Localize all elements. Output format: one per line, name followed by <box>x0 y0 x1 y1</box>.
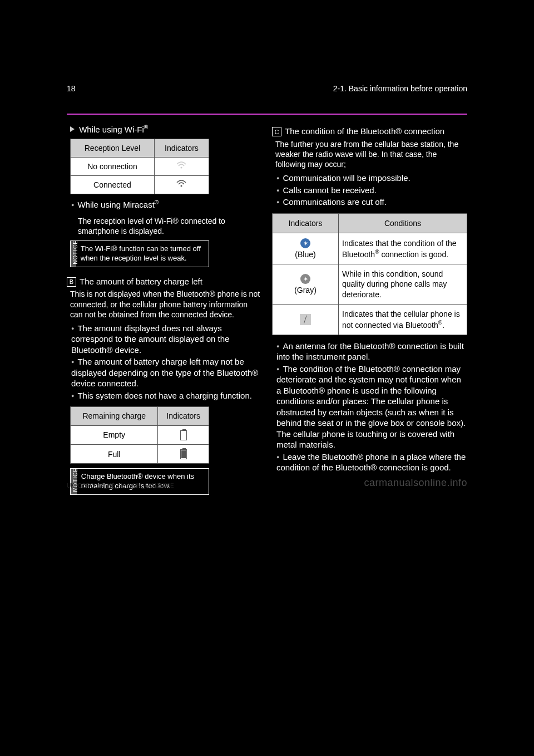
list-item: Leave the Bluetooth® phone in a place wh… <box>276 451 467 473</box>
section-title: The condition of the Bluetooth® connecti… <box>285 126 444 137</box>
page-number: 18 <box>67 84 76 94</box>
table-header: Reception Level <box>71 139 155 157</box>
section-letter: B <box>67 277 76 287</box>
list-item: The amount displayed does not always cor… <box>71 323 262 356</box>
header-rule <box>67 114 467 115</box>
tail-bullets: An antenna for the Bluetooth® connection… <box>276 341 467 473</box>
bluetooth-blue-icon: ✶ (Blue) <box>273 233 339 264</box>
table-header: Indicators <box>158 407 209 425</box>
section-letter: C <box>272 127 281 136</box>
table-row: ✶ (Blue) Indicates that the condition of… <box>273 233 467 264</box>
list-item: Calls cannot be received. <box>276 185 467 196</box>
table-row: Full <box>71 444 209 463</box>
list-item: Communications are cut off. <box>276 197 467 208</box>
intro-bullets: Communication will be impossible. Calls … <box>276 173 467 208</box>
table-row: ⧸ Indicates that the cellular phone is n… <box>273 304 467 335</box>
page-header: 18 2-1. Basic information before operati… <box>67 84 467 94</box>
table-header: Indicators <box>273 213 339 233</box>
miracast-note: The reception level of Wi-Fi® connected … <box>78 216 262 236</box>
list-item: An antenna for the Bluetooth® connection… <box>276 341 467 362</box>
table-header: Remaining charge <box>71 407 158 425</box>
svg-point-0 <box>181 166 182 168</box>
table-row: ✶ (Gray) While in this condition, sound … <box>273 264 467 305</box>
section-c-head: C The condition of the Bluetooth® connec… <box>272 126 467 137</box>
wifi-off-icon <box>154 157 209 175</box>
notice-body: The Wi-Fi® function can be turned off wh… <box>76 241 209 267</box>
no-phone-icon: ⧸ <box>273 304 339 335</box>
wifi-on-icon <box>154 176 209 194</box>
section-b-body: This is not displayed when the Bluetooth… <box>70 289 262 320</box>
wifi-reception-table: Reception Level Indicators No connection… <box>70 139 209 195</box>
notice-bar: NOTICE <box>71 241 76 267</box>
svg-point-1 <box>181 185 182 187</box>
manual-page: 18 2-1. Basic information before operati… <box>0 0 534 504</box>
section-title: The amount of battery charge left <box>80 276 202 287</box>
list-item: The condition of the Bluetooth® connecti… <box>276 364 467 450</box>
wifi-subheading: While using Wi-Fi® <box>70 124 262 135</box>
battery-table: Remaining charge Indicators Empty Full <box>70 406 209 464</box>
right-column: C The condition of the Bluetooth® connec… <box>272 120 467 504</box>
table-header: Indicators <box>154 139 209 157</box>
table-header: Conditions <box>339 213 467 233</box>
list-item: Communication will be impossible. <box>276 173 467 184</box>
watermark: carmanualsonline.info <box>364 477 467 489</box>
condition-table: Indicators Conditions ✶ (Blue) Indicates… <box>272 213 467 335</box>
table-row: No connection <box>71 157 209 175</box>
chapter-label: 2-1. Basic information before operation <box>333 84 467 94</box>
battery-empty-icon <box>158 425 209 444</box>
content-columns: While using Wi-Fi® Reception Level Indic… <box>67 120 467 504</box>
triangle-icon <box>70 126 75 132</box>
left-column: While using Wi-Fi® Reception Level Indic… <box>67 120 262 504</box>
bluetooth-gray-icon: ✶ (Gray) <box>273 264 339 305</box>
table-row: Empty <box>71 425 209 444</box>
list-item: This system does not have a charging fun… <box>71 390 262 401</box>
miracast-bullet: While using Miracast® <box>71 199 262 210</box>
table-row: Connected <box>71 176 209 194</box>
list-item: The amount of battery charge left may no… <box>71 356 262 389</box>
section-c-intro: The further you are from the cellular ba… <box>275 139 467 170</box>
section-b-head: B The amount of battery charge left <box>67 276 262 287</box>
section-b-bullets: The amount displayed does not always cor… <box>71 323 262 401</box>
page-code: UK_COROLLA_HB_Navi+MM_OM12N88E <box>67 482 174 489</box>
battery-full-icon <box>158 444 209 463</box>
notice-box: NOTICE The Wi-Fi® function can be turned… <box>70 240 209 267</box>
